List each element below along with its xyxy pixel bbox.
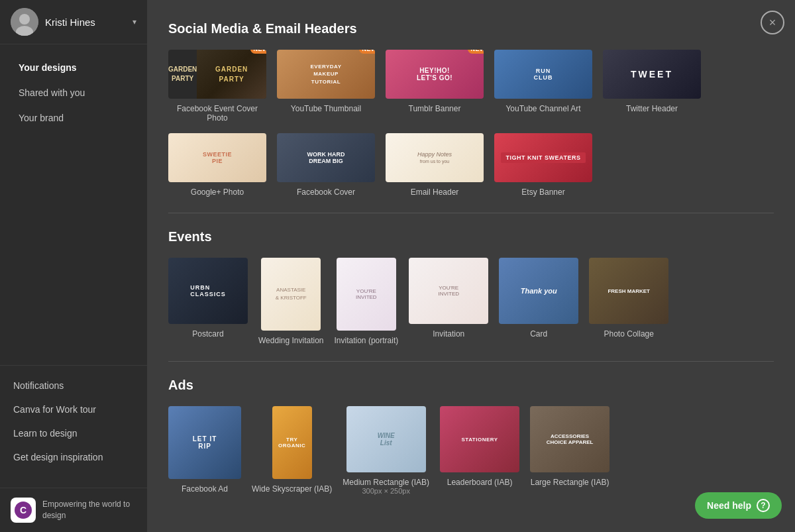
template-postcard-label: Postcard	[192, 329, 223, 339]
section-social-media-title: Social Media & Email Headers	[168, 21, 774, 36]
template-invitation-thumb: YOU'REINVITED	[409, 258, 488, 324]
template-youtube-channel-art-thumb: RUNCLUB	[494, 50, 592, 99]
template-photo-collage-thumb: FRESH MARKET	[589, 258, 668, 324]
template-large-rectangle-label: Large Rectangle (IAB)	[531, 478, 610, 487]
new-badge-yt: NEW	[359, 50, 376, 54]
template-twitter-header[interactable]: TWEET Twitter Header	[603, 50, 701, 123]
template-etsy-banner-thumb: TIGHT KNIT SWEATERS	[494, 133, 592, 182]
template-email-header[interactable]: Happy Notesfrom us to you Email Header	[386, 133, 484, 197]
template-facebook-event[interactable]: NEW GARDENPARTY Facebook Event Cover Pho…	[168, 50, 266, 123]
main-content: × Social Media & Email Headers NEW GARDE…	[147, 0, 795, 532]
template-youtube-thumbnail-thumb: NEW EVERYDAYMAKEUPTUTORIAL	[277, 50, 375, 99]
thank-you-text: Thank you	[521, 287, 557, 295]
template-google-plus-label: Google+ Photo	[191, 187, 244, 197]
template-leaderboard[interactable]: STATIONERY Leaderboard (IAB)	[440, 406, 519, 495]
svg-point-1	[19, 14, 30, 25]
section-ads-title: Ads	[168, 378, 774, 393]
template-facebook-cover-thumb: WORK HARDDREAM BIG	[277, 133, 375, 182]
template-facebook-ad[interactable]: LET ITRIP Facebook Ad	[168, 406, 241, 495]
template-wide-skyscraper-label: Wide Skyscraper (IAB)	[252, 484, 332, 494]
template-invitation-portrait-thumb: YOU'REINVITED	[337, 258, 396, 331]
template-postcard[interactable]: URBNCLASSICS Postcard	[168, 258, 248, 345]
template-twitter-header-label: Twitter Header	[626, 104, 678, 113]
sidebar-item-learn-to-design[interactable]: Learn to design	[0, 421, 147, 445]
template-large-rectangle-thumb: ACCESSORIESCHOICE APPAREL	[530, 406, 610, 472]
svg-text:C: C	[20, 505, 26, 515]
template-invitation-portrait[interactable]: YOU'REINVITED Invitation (portrait)	[335, 258, 399, 345]
template-invitation[interactable]: YOU'REINVITED Invitation	[409, 258, 488, 345]
sidebar-tagline: Empowering the world to design	[42, 499, 136, 521]
template-wide-skyscraper-thumb: TRYORGANIC	[272, 406, 312, 479]
template-medium-rectangle-sublabel: 300px × 250px	[362, 487, 409, 495]
sidebar-item-notifications[interactable]: Notifications	[0, 374, 147, 398]
template-facebook-event-label: Facebook Event Cover Photo	[171, 104, 264, 123]
divider-1	[168, 213, 774, 213]
fbcover-text: WORK HARDDREAM BIG	[307, 151, 345, 164]
template-card[interactable]: Thank you Card	[499, 258, 578, 345]
divider-2	[168, 361, 774, 362]
template-wedding-invitation-label: Wedding Invitation	[258, 336, 324, 345]
section-social-media: Social Media & Email Headers NEW GARDENP…	[168, 21, 774, 197]
freshmarket-text: FRESH MARKET	[608, 288, 650, 294]
close-button[interactable]: ×	[761, 11, 784, 34]
template-facebook-ad-label: Facebook Ad	[182, 484, 228, 494]
tweet-text: TWEET	[631, 69, 673, 80]
template-youtube-thumbnail[interactable]: NEW EVERYDAYMAKEUPTUTORIAL YouTube Thumb…	[277, 50, 375, 123]
new-badge: NEW	[250, 50, 267, 54]
template-card-label: Card	[530, 329, 547, 339]
sidebar: Kristi Hines ▾ Your designs Shared with …	[0, 0, 147, 532]
avatar	[11, 8, 38, 36]
template-photo-collage[interactable]: FRESH MARKET Photo Collage	[589, 258, 668, 345]
template-facebook-cover[interactable]: WORK HARDDREAM BIG Facebook Cover	[277, 133, 375, 197]
sidebar-item-your-brand[interactable]: Your brand	[5, 106, 142, 130]
section-ads: Ads LET ITRIP Facebook Ad TRYORGANIC Wid…	[168, 378, 774, 495]
sidebar-item-your-designs[interactable]: Your designs	[5, 56, 142, 80]
sidebar-item-shared-with-you[interactable]: Shared with you	[5, 81, 142, 105]
chevron-down-icon: ▾	[132, 17, 136, 27]
template-google-plus[interactable]: SWEETIEPIE Google+ Photo	[168, 133, 266, 197]
sidebar-footer: C Empowering the world to design	[0, 488, 147, 532]
template-wedding-invitation[interactable]: ANASTASIE& KRISTOFF Wedding Invitation	[258, 258, 324, 345]
need-help-label: Need help	[707, 500, 751, 511]
template-leaderboard-label: Leaderboard (IAB)	[447, 478, 513, 487]
sidebar-item-canva-work-tour[interactable]: Canva for Work tour	[0, 398, 147, 421]
template-wide-skyscraper[interactable]: TRYORGANIC Wide Skyscraper (IAB)	[252, 406, 332, 495]
canva-logo: C	[11, 498, 36, 523]
template-facebook-ad-thumb: LET ITRIP	[168, 406, 241, 479]
template-invitation-label: Invitation	[433, 329, 464, 339]
template-tumblr-banner-label: Tumblr Banner	[409, 104, 461, 113]
ads-grid: LET ITRIP Facebook Ad TRYORGANIC Wide Sk…	[168, 406, 774, 495]
template-etsy-banner-label: Etsy Banner	[521, 187, 564, 197]
template-tumblr-banner-thumb: NEW HEY!HO!LET'S GO!	[386, 50, 484, 99]
sidebar-nav: Your designs Shared with you Your brand …	[0, 44, 147, 488]
social-media-grid: NEW GARDENPARTY Facebook Event Cover Pho…	[168, 50, 774, 197]
urbn-text: URBNCLASSICS	[190, 284, 226, 297]
user-profile-header[interactable]: Kristi Hines ▾	[0, 0, 147, 44]
template-invitation-portrait-label: Invitation (portrait)	[335, 336, 399, 345]
need-help-button[interactable]: Need help ?	[695, 492, 782, 519]
template-tumblr-banner[interactable]: NEW HEY!HO!LET'S GO! Tumblr Banner	[386, 50, 484, 123]
template-medium-rectangle[interactable]: WINEList Medium Rectangle (IAB) 300px × …	[343, 406, 429, 495]
template-large-rectangle[interactable]: ACCESSORIESCHOICE APPAREL Large Rectangl…	[530, 406, 610, 495]
username-label: Kristi Hines	[45, 17, 132, 28]
section-events: Events URBNCLASSICS Postcard ANASTASIE& …	[168, 229, 774, 345]
template-youtube-channel-art-label: YouTube Channel Art	[505, 104, 580, 113]
template-google-plus-thumb: SWEETIEPIE	[168, 133, 266, 182]
sidebar-bottom-nav: Notifications Canva for Work tour Learn …	[0, 365, 147, 477]
template-etsy-banner[interactable]: TIGHT KNIT SWEATERS Etsy Banner	[494, 133, 592, 197]
template-card-thumb: Thank you	[499, 258, 578, 324]
sidebar-item-get-design-inspiration[interactable]: Get design inspiration	[0, 445, 147, 469]
new-badge-tumblr: NEW	[468, 50, 484, 54]
accessories-text: ACCESSORIESCHOICE APPAREL	[547, 433, 594, 445]
template-twitter-header-thumb: TWEET	[603, 50, 701, 99]
template-email-header-label: Email Header	[411, 187, 459, 197]
template-email-header-thumb: Happy Notesfrom us to you	[386, 133, 484, 182]
template-facebook-event-thumb: NEW GARDENPARTY	[168, 50, 266, 99]
section-events-title: Events	[168, 229, 774, 244]
template-youtube-channel-art[interactable]: RUNCLUB YouTube Channel Art	[494, 50, 592, 123]
template-photo-collage-label: Photo Collage	[604, 329, 654, 339]
template-leaderboard-thumb: STATIONERY	[440, 406, 519, 472]
template-medium-rectangle-thumb: WINEList	[346, 406, 426, 472]
template-wedding-invitation-thumb: ANASTASIE& KRISTOFF	[261, 258, 321, 331]
template-youtube-thumbnail-label: YouTube Thumbnail	[291, 104, 361, 113]
